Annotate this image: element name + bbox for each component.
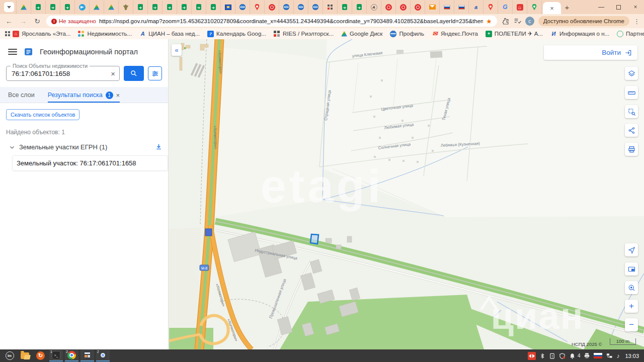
clipboard-icon[interactable]: ! [549, 352, 555, 359]
pinned-tab[interactable] [294, 1, 308, 14]
measure-button[interactable] [625, 86, 638, 99]
close-results-tab-icon[interactable]: × [116, 92, 120, 99]
pinned-tab[interactable] [308, 1, 323, 14]
share-button[interactable] [625, 124, 638, 137]
reload-button[interactable]: ↻ [32, 17, 42, 25]
terminal-app-button[interactable]: 1 >_ [49, 350, 63, 361]
bookmark-item[interactable]: ПОЛЕТЕЛИ ✈ А... [486, 30, 543, 37]
back-button[interactable]: ← [4, 17, 14, 25]
bluetooth-icon[interactable] [539, 352, 545, 359]
pinned-tab[interactable] [425, 1, 440, 14]
search-input[interactable]: Поиск Объекты недвижимости 76:17:061701:… [6, 66, 120, 81]
pinned-tab[interactable] [527, 1, 542, 14]
pinned-tab[interactable] [513, 1, 527, 14]
parcel-result-item[interactable]: Земельный участок: 76:17:061701:1658 [12, 155, 168, 171]
bookmark-star-icon[interactable]: ★ [486, 18, 492, 25]
network-icon[interactable] [606, 352, 613, 359]
bookmark-item[interactable]: Ярославль «Эта... [13, 31, 70, 37]
audio-player-icon[interactable]: ♪ [616, 352, 619, 359]
red-tray-icon[interactable] [528, 352, 536, 360]
zoom-in-button[interactable]: + [625, 300, 638, 313]
filter-button[interactable] [148, 66, 162, 80]
start-menu-button[interactable]: lm [3, 350, 16, 361]
pinned-tab[interactable] [119, 1, 133, 14]
bookmark-item[interactable]: RIES / Риэлторск... [274, 31, 334, 37]
pinned-tab[interactable] [133, 1, 148, 14]
printer-tray-icon[interactable] [584, 352, 590, 359]
bookmark-item[interactable]: Профиль [390, 31, 424, 37]
reading-list-icon[interactable] [513, 17, 521, 25]
pinned-tab[interactable] [221, 1, 235, 14]
pinned-tab[interactable] [338, 1, 352, 14]
pinned-tab[interactable] [484, 1, 498, 14]
pinned-tab[interactable] [75, 1, 90, 14]
pinned-tab[interactable] [454, 1, 469, 14]
calculator-app-button[interactable] [80, 350, 94, 361]
files-app-button[interactable] [18, 350, 32, 361]
pinned-tab[interactable] [396, 1, 411, 14]
bookmark-item[interactable]: Партнер онлайн [617, 31, 644, 37]
pinned-tab[interactable] [17, 1, 31, 14]
orange-app-button[interactable]: ↻ [34, 350, 47, 361]
results-group-header[interactable]: Земельные участки ЕГРН (1) [9, 143, 163, 151]
new-tab-button[interactable]: + [561, 3, 573, 12]
locate-button[interactable] [625, 243, 638, 256]
pinned-tab[interactable] [367, 1, 381, 14]
tab-all-layers[interactable]: Все слои [8, 92, 35, 103]
active-tab[interactable]: × [543, 2, 561, 14]
pinned-tab[interactable] [352, 1, 367, 14]
keyboard-layout-flag-icon[interactable] [594, 353, 602, 358]
bookmark-item[interactable]: Информация о н... [550, 31, 609, 37]
search-on-map-button[interactable] [625, 281, 638, 294]
extensions-icon[interactable] [501, 17, 509, 25]
close-tab-icon[interactable]: × [550, 5, 554, 12]
pinned-tab[interactable] [46, 1, 60, 14]
close-window-button[interactable]: × [627, 0, 644, 14]
zoom-out-button[interactable]: − [625, 318, 638, 331]
pinned-tab[interactable] [31, 1, 46, 14]
pinned-tab[interactable] [2, 1, 17, 14]
map-canvas[interactable]: М-8 улица Ключевая Отрадная улица Цветоч… [169, 39, 644, 349]
pinned-tab[interactable] [323, 1, 338, 14]
pinned-tab[interactable] [60, 1, 75, 14]
area-search-button[interactable] [625, 105, 638, 118]
pinned-tab[interactable] [90, 1, 104, 14]
search-button[interactable] [124, 66, 144, 81]
pinned-tab[interactable] [104, 1, 119, 14]
pinned-tab[interactable] [177, 1, 192, 14]
layers-button[interactable] [625, 67, 638, 80]
pinned-tab[interactable] [163, 1, 177, 14]
chrome-app-button[interactable]: 2 [65, 350, 78, 361]
browser-menu-icon[interactable]: ⋮ [633, 18, 640, 25]
taskbar-clock[interactable]: 13:03 [625, 353, 639, 359]
pinned-tab[interactable] [440, 1, 454, 14]
download-icon[interactable] [154, 143, 163, 151]
pinned-tab[interactable] [206, 1, 221, 14]
tab-search-results[interactable]: Результаты поиска 1 × [48, 92, 120, 103]
bookmark-item[interactable]: Недвижимость... [78, 31, 132, 37]
pinned-tab[interactable] [235, 1, 250, 14]
minimize-button[interactable]: — [593, 0, 610, 14]
notifications-bell-icon[interactable] [569, 352, 576, 359]
pinned-tab[interactable] [279, 1, 294, 14]
download-object-list-button[interactable]: Скачать список объектов [6, 109, 79, 120]
collapse-panel-button[interactable]: « [172, 44, 182, 56]
maximize-button[interactable] [610, 0, 627, 14]
chrome-update-button[interactable]: Доступно обновление Chrome [538, 16, 629, 26]
pinned-tab[interactable] [498, 1, 513, 14]
bookmark-item[interactable]: Google Диск [341, 31, 382, 37]
pinned-tab[interactable] [148, 1, 163, 14]
pinned-tab[interactable] [381, 1, 396, 14]
pinned-tab[interactable] [411, 1, 425, 14]
forward-button[interactable]: → [18, 17, 28, 25]
menu-icon[interactable] [8, 49, 17, 55]
pinned-tab[interactable] [265, 1, 279, 14]
minimap-button[interactable] [625, 262, 638, 276]
pinned-tab[interactable] [192, 1, 206, 14]
shield-icon[interactable] [559, 352, 566, 359]
clear-search-icon[interactable]: × [111, 69, 115, 78]
screenshot-app-button[interactable]: 2 [96, 350, 110, 361]
pinned-tab[interactable] [469, 1, 484, 14]
login-button[interactable]: Войти [544, 45, 637, 60]
pinned-tab[interactable] [250, 1, 265, 14]
